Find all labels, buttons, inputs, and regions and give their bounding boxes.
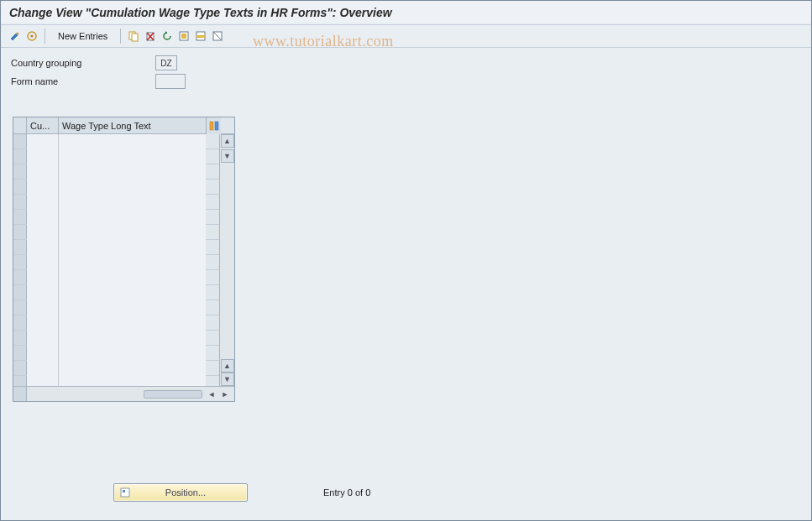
cell-wage-type-long-text[interactable] — [59, 240, 206, 255]
scroll-down-icon[interactable]: ▼ — [221, 373, 234, 386]
undo-icon[interactable] — [160, 29, 175, 44]
scroll-left-icon[interactable]: ◄ — [206, 388, 217, 400]
cell-cu[interactable] — [27, 285, 59, 300]
cell-wage-type-long-text[interactable] — [59, 180, 206, 195]
svg-rect-10 — [196, 35, 205, 38]
row-selector[interactable] — [13, 346, 27, 360]
cell-wage-type-long-text[interactable] — [59, 210, 206, 225]
copy-icon[interactable] — [126, 29, 141, 44]
table-row[interactable] — [13, 331, 219, 346]
cell-cu[interactable] — [27, 331, 59, 346]
table-row[interactable] — [13, 285, 219, 300]
cell-wage-type-long-text[interactable] — [59, 225, 206, 240]
table-row[interactable] — [13, 195, 219, 210]
row-selector[interactable] — [13, 195, 27, 209]
cell-wage-type-long-text[interactable] — [59, 164, 206, 180]
table-row[interactable] — [13, 315, 219, 331]
row-selector[interactable] — [13, 331, 27, 345]
table-row[interactable] — [13, 240, 219, 255]
vertical-scrollbar[interactable]: ▲ ▼ ▲ ▼ — [219, 134, 234, 386]
row-selector[interactable] — [13, 164, 27, 179]
row-selector[interactable] — [13, 376, 27, 386]
table-row[interactable] — [13, 164, 219, 180]
column-header-cu[interactable]: Cu... — [27, 117, 59, 133]
cell-wage-type-long-text[interactable] — [59, 255, 206, 270]
cell-cu[interactable] — [27, 210, 59, 225]
cell-cu[interactable] — [27, 225, 59, 240]
row-selector[interactable] — [13, 240, 27, 254]
table-row[interactable] — [13, 255, 219, 270]
scroll-right-icon[interactable]: ► — [219, 388, 231, 400]
country-grouping-value[interactable]: DZ — [155, 55, 177, 70]
table-row[interactable] — [13, 149, 219, 164]
cell-wage-type-long-text[interactable] — [59, 285, 206, 300]
select-all-icon[interactable] — [176, 29, 191, 44]
row-selector[interactable] — [13, 149, 27, 164]
cell-cu[interactable] — [27, 315, 59, 331]
scroll-up-bottom-icon[interactable]: ▲ — [221, 359, 234, 373]
cell-wage-type-long-text[interactable] — [59, 315, 206, 331]
cell-cu[interactable] — [27, 149, 59, 164]
toolbar-separator — [120, 29, 121, 44]
cell-cu[interactable] — [27, 376, 59, 386]
table-row[interactable] — [13, 346, 219, 361]
cell-cu[interactable] — [27, 180, 59, 195]
cell-wage-type-long-text[interactable] — [59, 195, 206, 210]
table-row[interactable] — [13, 376, 219, 386]
cell-wage-type-long-text[interactable] — [59, 346, 206, 361]
entry-count-text: Entry 0 of 0 — [323, 487, 370, 498]
row-selector[interactable] — [13, 315, 27, 330]
row-selector[interactable] — [13, 180, 27, 194]
position-icon — [118, 485, 133, 500]
cell-cu[interactable] — [27, 270, 59, 285]
cell-wage-type-long-text[interactable] — [59, 361, 206, 376]
scroll-down-small-icon[interactable]: ▼ — [221, 149, 234, 163]
table-row[interactable] — [13, 134, 219, 149]
cell-wage-type-long-text[interactable] — [59, 300, 206, 315]
horizontal-scrollbar[interactable]: ◄ ► — [13, 386, 234, 401]
column-header-wage-type-long-text[interactable]: Wage Type Long Text — [59, 117, 206, 133]
toggle-change-icon[interactable] — [8, 29, 23, 44]
cell-cu[interactable] — [27, 164, 59, 180]
cell-cu[interactable] — [27, 134, 59, 149]
table-row[interactable] — [13, 225, 219, 240]
row-selector[interactable] — [13, 300, 27, 315]
other-view-icon[interactable] — [24, 29, 39, 44]
form-name-row: Form name — [9, 73, 803, 90]
row-selector[interactable] — [13, 210, 27, 224]
new-entries-button[interactable]: New Entries — [50, 29, 115, 44]
cell-cu[interactable] — [27, 240, 59, 255]
svg-rect-16 — [123, 490, 125, 492]
delete-icon[interactable] — [143, 29, 158, 44]
cell-cu[interactable] — [27, 300, 59, 315]
select-block-icon[interactable] — [193, 29, 208, 44]
cell-cu[interactable] — [27, 255, 59, 270]
select-all-column[interactable] — [13, 117, 27, 133]
cell-wage-type-long-text[interactable] — [59, 134, 206, 149]
cell-wage-type-long-text[interactable] — [59, 149, 206, 164]
row-selector[interactable] — [13, 270, 27, 284]
cell-cu[interactable] — [27, 195, 59, 210]
cell-wage-type-long-text[interactable] — [59, 270, 206, 285]
table-row[interactable] — [13, 180, 219, 195]
row-selector[interactable] — [13, 255, 27, 269]
row-selector[interactable] — [13, 285, 27, 300]
data-table: Cu... Wage Type Long Text ▲ ▼ ▲ ▼ ◄ ► — [13, 117, 235, 402]
cell-wage-type-long-text[interactable] — [59, 376, 206, 386]
form-name-value[interactable] — [155, 74, 186, 89]
row-selector[interactable] — [13, 361, 27, 375]
table-row[interactable] — [13, 270, 219, 285]
row-selector[interactable] — [13, 134, 27, 148]
cell-cu[interactable] — [27, 346, 59, 361]
cell-wage-type-long-text[interactable] — [59, 331, 206, 346]
row-selector[interactable] — [13, 225, 27, 239]
table-row[interactable] — [13, 361, 219, 376]
table-row[interactable] — [13, 210, 219, 225]
table-row[interactable] — [13, 300, 219, 315]
position-button[interactable]: Position... — [113, 483, 248, 502]
scroll-up-icon[interactable]: ▲ — [221, 134, 234, 148]
hscroll-thumb[interactable] — [144, 390, 202, 399]
cell-cu[interactable] — [27, 361, 59, 376]
table-settings-icon[interactable] — [206, 117, 221, 134]
deselect-all-icon[interactable] — [210, 29, 225, 44]
